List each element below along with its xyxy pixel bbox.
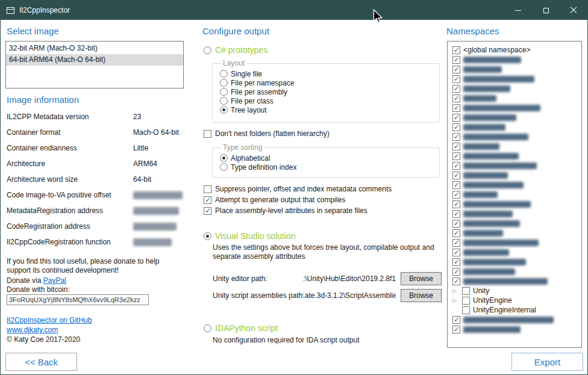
namespace-item[interactable] [452, 257, 580, 267]
namespace-checkbox[interactable] [452, 277, 460, 285]
namespace-checkbox[interactable] [452, 229, 460, 237]
compilable-output-checkbox-row[interactable]: Attempt to generate output that compiles [204, 196, 345, 204]
namespace-item[interactable] [452, 151, 580, 161]
website-link[interactable]: www.djkaty.com [7, 326, 58, 334]
namespace-checkbox[interactable] [452, 95, 460, 102]
radio-option[interactable]: File per namespace [220, 78, 439, 87]
namespace-item[interactable] [452, 103, 580, 113]
namespace-item[interactable] [452, 170, 580, 180]
namespace-item[interactable] [452, 122, 580, 132]
namespace-checkbox[interactable] [452, 56, 460, 64]
namespace-item[interactable] [452, 113, 580, 122]
maximize-button[interactable] [532, 1, 560, 20]
expander-icon[interactable]: ▷ [452, 296, 459, 305]
namespace-checkbox[interactable] [452, 316, 460, 324]
suppress-metadata-checkbox-row[interactable]: Suppress pointer, offset and index metad… [204, 185, 392, 193]
namespace-item[interactable]: ▷UnityEngine [452, 296, 580, 305]
radio-icon[interactable] [220, 88, 228, 96]
namespace-item[interactable] [452, 247, 580, 257]
compilable-output-checkbox[interactable] [204, 196, 211, 204]
namespace-item[interactable] [452, 141, 580, 151]
namespace-checkbox[interactable] [462, 287, 470, 295]
expander-icon[interactable]: ▷ [452, 286, 459, 296]
namespace-checkbox[interactable] [452, 181, 460, 189]
unity-editor-browse-button[interactable]: Browse [401, 272, 442, 285]
namespace-checkbox[interactable] [452, 162, 460, 170]
namespace-checkbox[interactable] [452, 46, 460, 54]
namespace-item[interactable] [452, 74, 580, 84]
radio-option[interactable]: File per class [220, 96, 439, 105]
paypal-link[interactable]: PayPal [43, 276, 66, 285]
namespace-checkbox[interactable] [452, 133, 460, 141]
titlebar[interactable]: Il2CppInspector [1, 1, 587, 20]
namespace-checkbox[interactable] [452, 152, 460, 160]
namespace-item[interactable] [452, 55, 580, 64]
namespace-checkbox[interactable] [452, 75, 460, 83]
unity-script-path-value[interactable]: ate.3d-3.1.2\ScriptAssemblies [305, 291, 396, 300]
namespace-item[interactable] [452, 228, 580, 238]
image-list[interactable]: 32-bit ARM (Mach-O 32-bit)64-bit ARM64 (… [5, 41, 184, 88]
namespace-item[interactable] [452, 276, 580, 286]
radio-icon[interactable] [220, 79, 228, 87]
namespace-item[interactable] [452, 267, 580, 276]
namespace-item[interactable] [452, 218, 580, 228]
option-idapython-script[interactable]: IDAPython script [204, 323, 278, 333]
flatten-checkbox-row[interactable]: Don't nest folders (flatten hierarchy) [204, 129, 330, 138]
namespace-checkbox[interactable] [452, 239, 460, 247]
radio-option[interactable]: Single file [220, 69, 439, 78]
namespace-checkbox[interactable] [452, 114, 460, 122]
namespace-checkbox[interactable] [452, 268, 460, 276]
namespace-checkbox[interactable] [452, 143, 460, 150]
namespace-checkbox[interactable] [452, 172, 460, 179]
back-button[interactable]: << Back [5, 353, 77, 371]
export-button[interactable]: Export [511, 353, 583, 371]
separate-attributes-checkbox-row[interactable]: Place assembly-level attributes in separ… [204, 206, 367, 215]
namespace-checkbox[interactable] [462, 297, 470, 305]
radio-icon[interactable] [220, 70, 228, 78]
namespace-item[interactable] [452, 84, 580, 93]
idapython-radio[interactable] [204, 324, 211, 332]
namespace-item[interactable]: ▷Unity [452, 286, 580, 296]
image-list-item[interactable]: 64-bit ARM64 (Mach-O 64-bit) [6, 54, 183, 66]
namespace-item[interactable] [452, 199, 580, 209]
csharp-prototypes-radio[interactable] [204, 46, 211, 54]
namespace-item[interactable] [452, 64, 580, 74]
namespace-checkbox[interactable] [452, 104, 460, 112]
namespace-checkbox[interactable] [452, 220, 460, 228]
image-list-item[interactable]: 32-bit ARM (Mach-O 32-bit) [6, 43, 183, 54]
namespace-item[interactable] [452, 324, 580, 334]
radio-icon[interactable] [220, 163, 228, 171]
flatten-checkbox[interactable] [204, 130, 211, 138]
namespace-item[interactable] [452, 161, 580, 170]
option-visual-studio-solution[interactable]: Visual Studio solution [204, 231, 296, 241]
close-button[interactable] [560, 1, 587, 20]
minimize-button[interactable] [504, 1, 532, 20]
namespace-list[interactable]: <global namespace>▷Unity▷UnityEngineUnit… [447, 41, 582, 348]
unity-script-browse-button[interactable]: Browse [401, 289, 442, 302]
radio-icon[interactable] [220, 97, 228, 105]
namespace-checkbox[interactable] [462, 306, 470, 314]
radio-option[interactable]: File per assembly [220, 87, 439, 96]
unity-editor-path-value[interactable]: :\Unity\Hub\Editor\2019.2.8f1 [267, 274, 396, 283]
namespace-item[interactable] [452, 315, 580, 324]
namespace-item[interactable] [452, 180, 580, 190]
namespace-checkbox[interactable] [452, 191, 460, 199]
visual-studio-radio[interactable] [204, 232, 211, 240]
namespace-item[interactable]: <global namespace> [452, 45, 580, 55]
radio-option[interactable]: Type definition index [220, 163, 439, 172]
github-link[interactable]: Il2CppInspector on GitHub [7, 316, 92, 324]
namespace-item[interactable] [452, 238, 580, 247]
namespace-item[interactable] [452, 132, 580, 141]
radio-option[interactable]: Alphabetical [220, 153, 439, 163]
suppress-metadata-checkbox[interactable] [204, 185, 211, 193]
radio-icon[interactable] [220, 106, 228, 114]
option-csharp-prototypes[interactable]: C# prototypes [204, 45, 267, 55]
namespace-checkbox[interactable] [452, 66, 460, 73]
namespace-checkbox[interactable] [452, 210, 460, 218]
namespace-item[interactable] [452, 93, 580, 103]
namespace-checkbox[interactable] [452, 200, 460, 208]
separate-attributes-checkbox[interactable] [204, 207, 211, 215]
namespace-checkbox[interactable] [452, 258, 460, 266]
namespace-checkbox[interactable] [452, 249, 460, 256]
radio-icon[interactable] [220, 154, 228, 162]
